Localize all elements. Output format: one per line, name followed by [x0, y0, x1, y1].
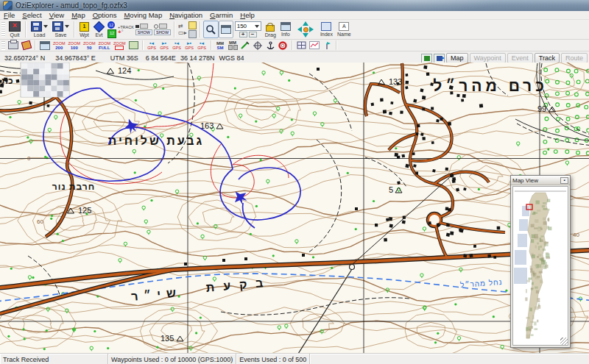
latitude-readout: 32.650724° N — [4, 54, 45, 62]
toolbar-grip[interactable] — [1, 41, 5, 50]
route-icon[interactable]: ⇄ — [178, 24, 187, 29]
zoom-200-button[interactable]: ZOOM200 — [52, 40, 67, 51]
window-copy-icon — [40, 41, 50, 50]
menu-garmin[interactable]: Garmin — [206, 11, 236, 19]
gps-get-routes-button[interactable]: ▪◂GPS — [171, 40, 183, 51]
mode-map-button[interactable]: Map — [446, 53, 468, 63]
pan-up-icon[interactable] — [303, 21, 308, 26]
plan-grid-button[interactable] — [295, 40, 308, 51]
menu-file[interactable]: File — [0, 11, 18, 19]
drag-button[interactable]: Drag — [263, 21, 278, 38]
map-label: כרם מהר״ל — [433, 77, 548, 94]
save-position-button[interactable] — [434, 54, 445, 63]
printer-button[interactable] — [7, 40, 20, 51]
gray-page-icon[interactable] — [188, 30, 197, 38]
alarm-button[interactable] — [277, 40, 289, 51]
layers-button[interactable] — [421, 54, 432, 63]
duplicate-window-button[interactable] — [38, 40, 52, 51]
map-canvas[interactable]: גבעת שלוחיתכרם מהר״לחרבת נורבקעתשי״רנחל … — [0, 63, 589, 353]
menu-bar: FileSelectViewMapOptionsMoving MapNaviga… — [0, 11, 589, 20]
moving-map-screen-button[interactable]: MM — [227, 40, 239, 51]
longitude-readout: 34.967843° E — [55, 54, 96, 62]
anchor-icon — [267, 41, 275, 50]
menu-options[interactable]: Options — [89, 11, 121, 19]
waypoint-button[interactable]: 1 Wpt — [77, 21, 91, 38]
sea-tiles — [514, 206, 529, 284]
menu-view[interactable]: View — [46, 11, 68, 19]
separator — [292, 40, 293, 50]
mode-event-button[interactable]: Event — [507, 53, 533, 63]
contour-elevation-label: 0 — [27, 155, 31, 162]
track-draw-button[interactable] — [239, 40, 252, 51]
toolbar-grip[interactable] — [1, 22, 5, 38]
show-events-button[interactable]: SHOW — [154, 29, 171, 35]
mode-route-button[interactable]: Route — [561, 53, 588, 63]
utm-zone-readout: UTM 36S — [110, 54, 138, 62]
window-title: OziExplorer - amud_topo_fg.ozfx3 — [15, 1, 127, 10]
map-go-icon — [129, 41, 138, 49]
gps-send-routes-button[interactable]: ▸▪GPS — [183, 40, 196, 51]
quit-button[interactable]: × Quit — [7, 21, 23, 38]
track-point-icon[interactable]: ° — [121, 30, 124, 34]
show-track-button[interactable]: SHOW — [135, 29, 152, 35]
waypoint-number-icon[interactable]: 12 — [107, 21, 115, 29]
event-button[interactable]: Evt — [91, 21, 107, 38]
gps-get-waypoints-button[interactable]: ▪◂GPS — [146, 40, 158, 51]
anchor-button[interactable] — [264, 40, 277, 51]
menu-select[interactable]: Select — [18, 11, 45, 19]
page-cluster — [188, 21, 197, 38]
northing-readout: 36 14 278N — [180, 54, 215, 62]
save-button[interactable]: Save — [50, 21, 71, 38]
menu-map[interactable]: Map — [68, 11, 89, 19]
mode-waypoint-button[interactable]: Waypoint — [470, 53, 506, 63]
map-view-pin-button[interactable]: ▪ — [560, 177, 568, 184]
separator — [142, 40, 144, 50]
index-button[interactable]: Index — [318, 21, 335, 38]
name-button[interactable]: A Name — [335, 21, 353, 38]
zoom-level-select[interactable]: 150 — [235, 21, 261, 31]
mode-track-button[interactable]: Track — [535, 53, 560, 63]
zoom-out-button[interactable]: − — [249, 32, 257, 38]
map-view-title: Map View — [512, 177, 538, 184]
route-cluster: ⇄ ▭▸ — [178, 21, 187, 38]
info-button[interactable]: Info — [278, 21, 293, 38]
center-target-button[interactable] — [252, 40, 264, 51]
title-bar[interactable]: OziExplorer - amud_topo_fg.ozfx3 — [0, 0, 589, 11]
ozi-explorer-window: { "window": {"title": "OziExplorer - amu… — [0, 0, 589, 364]
menu-help[interactable]: Help — [236, 11, 258, 19]
pin-flag-button[interactable] — [321, 40, 334, 51]
gps-get-tracks-button[interactable]: ▪◂GPS — [196, 40, 208, 51]
gps-send-waypoints-button[interactable]: ▸▪GPS — [158, 40, 171, 51]
menu-navigation[interactable]: Navigation — [166, 11, 206, 19]
route-edit-icon[interactable]: ▭▸ — [178, 30, 187, 36]
zoom-tool-button[interactable] — [203, 21, 219, 38]
map-view-body[interactable] — [512, 186, 568, 346]
pan-down-icon[interactable] — [303, 33, 308, 38]
separator — [211, 40, 212, 50]
map-tool-button[interactable] — [20, 40, 32, 51]
map-forward-button[interactable] — [127, 40, 140, 51]
pan-center-icon[interactable] — [303, 27, 308, 32]
load-button[interactable]: Load — [29, 21, 50, 38]
zoom-50-button[interactable]: ZOOM50 — [82, 40, 97, 51]
pan-left-icon[interactable] — [297, 26, 302, 32]
pan-pad[interactable] — [297, 21, 314, 38]
contour-elevation-label: 40 — [573, 232, 579, 238]
zoom-window-button[interactable]: ZOOM — [112, 40, 127, 51]
yellow-page-icon[interactable] — [188, 21, 197, 29]
waypoint-name-icon[interactable]: 12 — [107, 29, 116, 38]
green-map-icon — [424, 56, 430, 61]
zoom-in-button[interactable]: + — [239, 32, 247, 38]
map-windows-button[interactable] — [219, 21, 233, 38]
zoom-rect-icon — [115, 46, 124, 50]
map-view-titlebar[interactable]: Map View ▪ — [511, 176, 570, 185]
screens-icon — [228, 45, 238, 50]
resize-grip[interactable] — [560, 338, 568, 345]
zoom-full-button[interactable]: ZOOMFULL — [97, 40, 113, 51]
menu-moving-map[interactable]: Moving Map — [120, 11, 166, 19]
zoom-100-button[interactable]: ZOOM100 — [67, 40, 82, 51]
altitude-profile-button[interactable] — [308, 40, 321, 51]
moving-map-button[interactable]: MMSM — [214, 40, 227, 51]
map-view-window[interactable]: Map View ▪ — [510, 175, 571, 348]
pan-right-icon[interactable] — [309, 26, 314, 32]
